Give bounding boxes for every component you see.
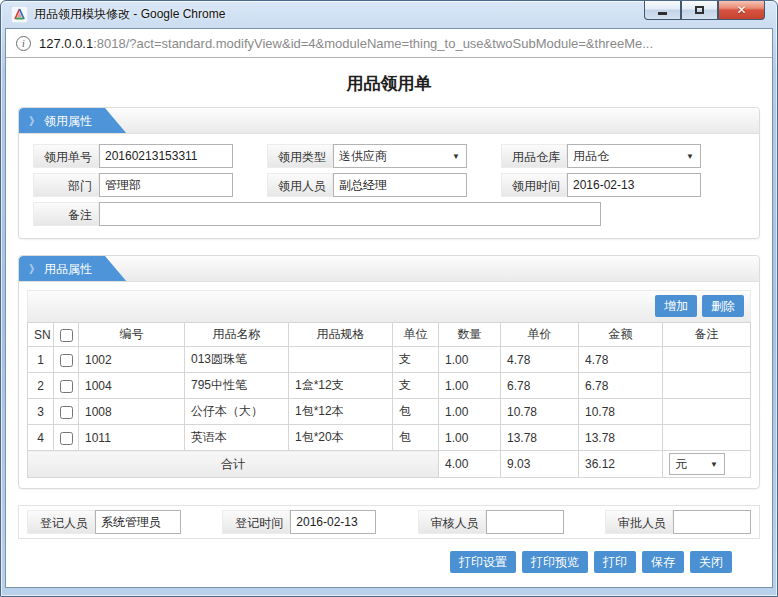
row-unit[interactable]: 支 xyxy=(393,347,439,373)
row-price[interactable]: 13.78 xyxy=(501,425,579,451)
close-button[interactable]: ✕ xyxy=(718,1,765,20)
chevron-down-icon: ▼ xyxy=(686,152,694,161)
total-label: 合计 xyxy=(28,451,439,478)
row-code[interactable]: 1002 xyxy=(79,347,185,373)
row-price[interactable]: 6.78 xyxy=(501,373,579,399)
row-name[interactable]: 公仔本（大） xyxy=(185,399,289,425)
row-checkbox[interactable] xyxy=(60,380,73,393)
row-sn: 3 xyxy=(28,399,54,425)
col-unit: 单位 xyxy=(393,323,439,347)
table-row: 2 1004 795中性笔 1盒*12支 支 1.00 6.78 6.78 xyxy=(28,373,751,399)
url-text: 127.0.0.1:8018/?act=standard.modifyView&… xyxy=(39,36,653,51)
row-unit[interactable]: 包 xyxy=(393,399,439,425)
row-spec[interactable]: 1包*20本 xyxy=(289,425,393,451)
browser-client-area: i 127.0.0.1:8018/?act=standard.modifyVie… xyxy=(5,28,773,588)
department-input[interactable] xyxy=(99,173,233,197)
registrant-label: 登记人员 xyxy=(27,510,95,534)
row-amount: 13.78 xyxy=(579,425,663,451)
requisition-type-select[interactable]: 送供应商 ▼ xyxy=(333,144,467,168)
row-qty[interactable]: 1.00 xyxy=(439,373,501,399)
select-all-checkbox[interactable] xyxy=(60,329,73,342)
row-remark[interactable] xyxy=(663,373,751,399)
item-attributes-tab: 》用品属性 xyxy=(19,256,105,282)
row-checkbox[interactable] xyxy=(60,406,73,419)
row-name[interactable]: 英语本 xyxy=(185,425,289,451)
remark-input[interactable] xyxy=(99,202,601,226)
item-table: SN 编号 用品名称 用品规格 单位 数量 单价 金额 备注 1 xyxy=(27,322,751,478)
row-qty[interactable]: 1.00 xyxy=(439,347,501,373)
row-sn: 2 xyxy=(28,373,54,399)
table-row: 1 1002 013圆珠笔 支 1.00 4.78 4.78 xyxy=(28,347,751,373)
requisition-type-label: 领用类型 xyxy=(267,144,333,168)
table-row: 3 1008 公仔本（大） 1包*12本 包 1.00 10.78 10.78 xyxy=(28,399,751,425)
row-unit[interactable]: 支 xyxy=(393,373,439,399)
signature-bar: 登记人员 登记时间 审核人员 审批人员 xyxy=(18,505,760,539)
action-buttons: 打印设置 打印预览 打印 保存 关闭 xyxy=(18,551,760,573)
row-code[interactable]: 1011 xyxy=(79,425,185,451)
requisition-date-input[interactable] xyxy=(567,173,701,197)
minimize-button[interactable] xyxy=(644,1,681,20)
auditor-label: 审核人员 xyxy=(418,510,486,534)
print-button[interactable]: 打印 xyxy=(594,551,636,573)
row-spec[interactable]: 1盒*12支 xyxy=(289,373,393,399)
auditor-input[interactable] xyxy=(486,510,564,534)
minimize-icon xyxy=(658,12,667,15)
address-bar[interactable]: i 127.0.0.1:8018/?act=standard.modifyVie… xyxy=(6,29,772,58)
requisition-person-input[interactable] xyxy=(333,173,467,197)
requisition-attributes-tab: 》领用属性 xyxy=(19,108,105,134)
requisition-type-value: 送供应商 xyxy=(339,148,387,165)
row-name[interactable]: 013圆珠笔 xyxy=(185,347,289,373)
row-checkbox[interactable] xyxy=(60,432,73,445)
register-date-input[interactable] xyxy=(290,510,376,534)
col-qty: 数量 xyxy=(439,323,501,347)
col-remark: 备注 xyxy=(663,323,751,347)
row-spec[interactable]: 1包*12本 xyxy=(289,399,393,425)
col-spec: 用品规格 xyxy=(289,323,393,347)
row-code[interactable]: 1004 xyxy=(79,373,185,399)
row-remark[interactable] xyxy=(663,425,751,451)
row-unit[interactable]: 包 xyxy=(393,425,439,451)
registrant-input[interactable] xyxy=(95,510,181,534)
order-no-label: 领用单号 xyxy=(33,144,99,168)
currency-select[interactable]: 元 ▼ xyxy=(669,453,725,475)
item-attributes-panel: 》用品属性 增加 删除 SN 编号 用品名称 xyxy=(18,255,760,489)
page-info-icon[interactable]: i xyxy=(16,36,31,51)
row-code[interactable]: 1008 xyxy=(79,399,185,425)
item-table-header-row: SN 编号 用品名称 用品规格 单位 数量 单价 金额 备注 xyxy=(28,323,751,347)
row-qty[interactable]: 1.00 xyxy=(439,425,501,451)
requisition-attributes-panel: 》领用属性 领用单号 领用类型 送供应商 ▼ xyxy=(18,107,760,239)
requisition-attributes-header: 》领用属性 xyxy=(19,108,759,134)
col-amount: 金额 xyxy=(579,323,663,347)
save-button[interactable]: 保存 xyxy=(642,551,684,573)
item-table-toolbar: 增加 删除 xyxy=(27,290,751,322)
window-controls: ✕ xyxy=(644,1,765,20)
row-price[interactable]: 10.78 xyxy=(501,399,579,425)
row-remark[interactable] xyxy=(663,347,751,373)
remark-label: 备注 xyxy=(33,202,99,226)
row-name[interactable]: 795中性笔 xyxy=(185,373,289,399)
requisition-person-label: 领用人员 xyxy=(267,173,333,197)
row-amount: 4.78 xyxy=(579,347,663,373)
maximize-button[interactable] xyxy=(681,1,718,20)
row-sn: 4 xyxy=(28,425,54,451)
order-no-input[interactable] xyxy=(99,144,233,168)
row-checkbox[interactable] xyxy=(60,354,73,367)
approver-input[interactable] xyxy=(673,510,751,534)
print-preview-button[interactable]: 打印预览 xyxy=(522,551,588,573)
page-title: 用品领用单 xyxy=(18,72,760,95)
add-row-button[interactable]: 增加 xyxy=(655,295,697,317)
total-qty: 4.00 xyxy=(439,451,501,478)
row-qty[interactable]: 1.00 xyxy=(439,399,501,425)
close-form-button[interactable]: 关闭 xyxy=(690,551,732,573)
row-remark[interactable] xyxy=(663,399,751,425)
warehouse-label: 用品仓库 xyxy=(501,144,567,168)
col-name: 用品名称 xyxy=(185,323,289,347)
warehouse-select[interactable]: 用品仓 ▼ xyxy=(567,144,701,168)
total-price: 9.03 xyxy=(501,451,579,478)
register-date-label: 登记时间 xyxy=(222,510,290,534)
col-select xyxy=(54,323,79,347)
row-spec[interactable] xyxy=(289,347,393,373)
print-settings-button[interactable]: 打印设置 xyxy=(450,551,516,573)
row-price[interactable]: 4.78 xyxy=(501,347,579,373)
delete-row-button[interactable]: 删除 xyxy=(702,295,744,317)
